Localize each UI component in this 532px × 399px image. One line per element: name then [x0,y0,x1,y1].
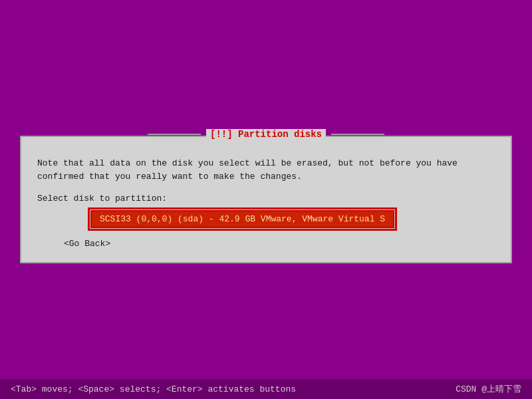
dialog-title: [!!] Partition disks [206,129,326,140]
go-back-button[interactable]: <Go Back> [64,239,110,249]
warning-text: Note that all data on the disk you selec… [37,157,495,183]
dialog-box: [!!] Partition disks Note that all data … [20,136,512,263]
warning-line1: Note that all data on the disk you selec… [37,158,458,168]
go-back-container: <Go Back> [64,239,495,249]
disk-option-button[interactable]: SCSI33 (0,0,0) (sda) - 42.9 GB VMware, V… [90,210,394,228]
title-line-right [331,134,384,135]
dialog-content: Note that all data on the disk you selec… [37,150,495,249]
status-bar: <Tab> moves; <Space> selects; <Enter> ac… [0,379,532,399]
dialog-title-bar: [!!] Partition disks [148,129,384,140]
select-label: Select disk to partition: [37,194,495,203]
disk-option-container: SCSI33 (0,0,0) (sda) - 42.9 GB VMware, V… [90,210,495,228]
watermark: CSDN @上晴下雪 [456,383,521,395]
warning-line2: confirmed that you really want to make t… [37,172,302,182]
title-line-left [148,134,201,135]
status-text: <Tab> moves; <Space> selects; <Enter> ac… [11,384,296,394]
